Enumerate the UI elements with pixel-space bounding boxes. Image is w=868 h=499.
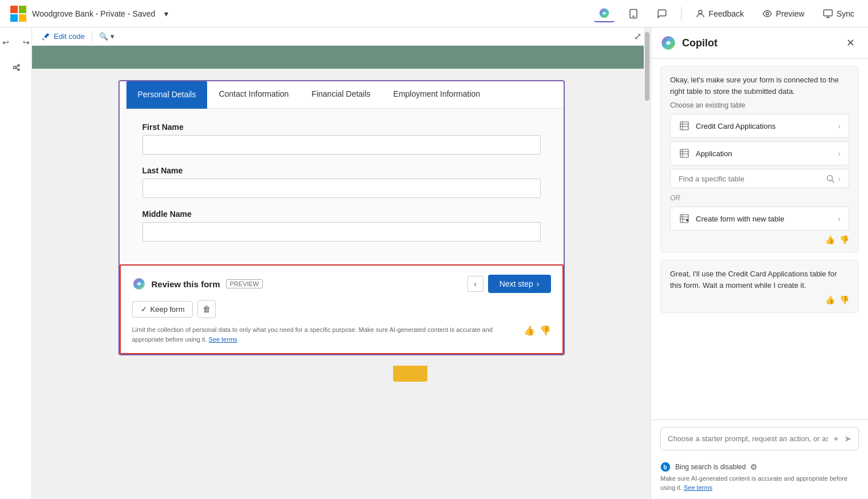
- svg-rect-0: [10, 6, 18, 13]
- zoom-icon: 🔍: [99, 32, 108, 41]
- middle-name-label: Middle Name: [142, 209, 541, 219]
- keep-form-label: Keep form: [150, 305, 185, 314]
- message-2-feedback: 👍 👎: [670, 295, 849, 304]
- last-name-input[interactable]: [142, 179, 541, 198]
- find-table-input[interactable]: [679, 175, 826, 183]
- connect-btn[interactable]: [6, 57, 26, 78]
- table-option-credit-card[interactable]: Credit Card Applications ›: [670, 114, 849, 138]
- tab-personal-details[interactable]: Personal Details: [126, 81, 208, 109]
- svg-line-28: [832, 180, 834, 183]
- tab-personal-details-label: Personal Details: [138, 90, 196, 99]
- field-group-middle-name: Middle Name: [142, 209, 541, 241]
- copilot-review-icon: [132, 277, 146, 291]
- topbar-right: Feedback Preview Sync: [594, 5, 859, 22]
- chat-icon: [657, 9, 667, 19]
- msg1-thumbs-down-btn[interactable]: 👎: [839, 235, 849, 244]
- close-icon: ✕: [846, 37, 855, 49]
- thumbs-down-btn[interactable]: 👎: [540, 325, 551, 336]
- tab-employment-information[interactable]: Employment Information: [382, 81, 492, 108]
- bing-row: b Bing search is disabled ⚙: [660, 462, 859, 472]
- msg2-thumbs-down-btn[interactable]: 👎: [839, 295, 849, 304]
- tab-financial-details[interactable]: Financial Details: [300, 81, 382, 108]
- review-disclaimer-text: Limit the collection of personal data to…: [132, 325, 517, 344]
- tab-contact-information[interactable]: Contact Information: [207, 81, 300, 108]
- review-panel-feedback: 👍 👎: [524, 325, 551, 336]
- feedback-person-icon: [695, 9, 706, 19]
- bottom-yellow-tab: [393, 366, 427, 382]
- bing-disclaimer: Make sure AI-generated content is accura…: [660, 474, 859, 492]
- table-option-application-chevron: ›: [838, 149, 841, 158]
- svg-line-16: [16, 68, 18, 69]
- svg-line-15: [16, 66, 18, 67]
- tab-financial-details-label: Financial Details: [312, 89, 371, 98]
- bing-see-terms-link[interactable]: See terms: [684, 484, 712, 491]
- copilot-topbar-btn[interactable]: [594, 5, 615, 22]
- undo-icon: ↩: [2, 38, 9, 47]
- connect-icon: [11, 62, 21, 73]
- next-step-btn[interactable]: Next step ›: [488, 275, 551, 293]
- copilot-input[interactable]: [668, 434, 828, 443]
- create-table-option[interactable]: Create form with new table ›: [670, 207, 849, 231]
- see-terms-link[interactable]: See terms: [208, 336, 237, 343]
- scrollbar-thumb: [645, 32, 649, 101]
- find-table-option: ›: [670, 169, 849, 188]
- msg1-thumbs-up-btn[interactable]: 👍: [825, 235, 835, 244]
- left-toolbar: ↩ ↪: [0, 27, 32, 499]
- bing-settings-btn[interactable]: ⚙: [750, 462, 758, 472]
- tablet-view-btn[interactable]: [624, 6, 643, 21]
- edit-code-btn[interactable]: Edit code: [41, 32, 85, 41]
- table-grid-icon-2: [679, 148, 690, 159]
- copilot-title-row: Copilot: [660, 35, 718, 51]
- msg2-thumbs-up-btn[interactable]: 👍: [825, 295, 835, 304]
- keep-form-check-icon: ✓: [141, 305, 147, 314]
- svg-rect-9: [823, 10, 832, 16]
- expand-btn[interactable]: ⤢: [634, 31, 641, 42]
- thumbs-up-btn[interactable]: 👍: [524, 325, 535, 336]
- table-option-application[interactable]: Application ›: [670, 141, 849, 165]
- copilot-title: Copilot: [682, 37, 718, 49]
- preview-btn[interactable]: Preview: [758, 6, 809, 21]
- svg-rect-23: [680, 149, 688, 157]
- create-table-text: Create form with new table: [696, 215, 784, 223]
- create-table-left: Create form with new table: [679, 213, 784, 224]
- middle-name-input[interactable]: [142, 222, 541, 241]
- delete-icon: 🗑: [203, 304, 211, 314]
- svg-rect-3: [19, 14, 26, 22]
- gear-icon: ⚙: [750, 462, 758, 472]
- review-preview-badge: PREVIEW: [226, 279, 263, 288]
- msg1-thumbs-down-icon: 👎: [839, 235, 849, 244]
- find-table-search-icon: [826, 174, 835, 183]
- tab-employment-information-label: Employment Information: [393, 89, 480, 98]
- bottom-yellow-container: [32, 366, 651, 382]
- table-grid-icon-1: [679, 120, 690, 132]
- topbar-chevron-btn[interactable]: ▾: [160, 7, 173, 21]
- svg-rect-19: [680, 122, 688, 130]
- spark-icon: ✦: [833, 434, 839, 443]
- nav-prev-btn[interactable]: ‹: [467, 276, 483, 292]
- zoom-btn[interactable]: 🔍 ▾: [99, 32, 114, 41]
- first-name-input[interactable]: [142, 135, 541, 155]
- keep-form-btn[interactable]: ✓ Keep form: [132, 301, 193, 318]
- feedback-label: Feedback: [709, 9, 744, 18]
- vscode-icon: [41, 32, 50, 41]
- chat-btn[interactable]: [652, 6, 672, 21]
- copilot-send-btn[interactable]: ➤: [844, 433, 851, 444]
- scrollbar-track[interactable]: [644, 27, 651, 499]
- topbar-title: Woodgrove Bank - Private - Saved: [32, 9, 155, 18]
- feedback-btn[interactable]: Feedback: [691, 6, 748, 21]
- find-table-chevron: ›: [838, 175, 841, 183]
- copilot-spark-btn[interactable]: ✦: [833, 434, 839, 443]
- undo-btn[interactable]: ↩: [0, 34, 14, 50]
- svg-point-7: [699, 10, 702, 14]
- msg1-thumbs-up-icon: 👍: [825, 235, 835, 244]
- copilot-header: Copilot ✕: [651, 27, 868, 59]
- expand-icon: ⤢: [634, 31, 641, 41]
- delete-form-btn[interactable]: 🗑: [197, 300, 216, 318]
- topbar-separator: [681, 7, 681, 21]
- sync-btn[interactable]: Sync: [818, 6, 859, 21]
- table-option-credit-card-chevron: ›: [838, 122, 841, 130]
- first-name-label: First Name: [142, 122, 541, 132]
- copilot-message-2-text: Great, I'll use the Credit Card Applicat…: [670, 268, 849, 291]
- review-panel: Review this form PREVIEW ‹ Next step ›: [120, 264, 564, 354]
- copilot-close-btn[interactable]: ✕: [842, 34, 859, 52]
